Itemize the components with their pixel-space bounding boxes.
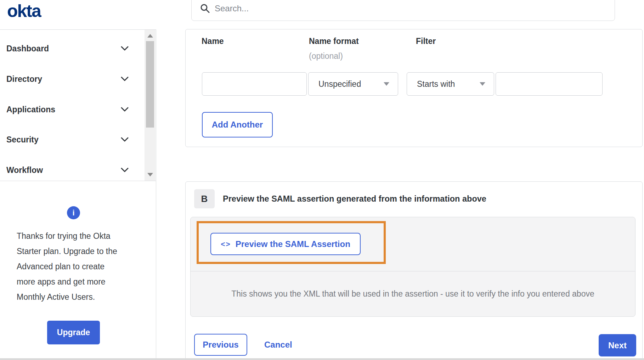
chevron-down-icon xyxy=(121,107,129,112)
preview-section-heading: Preview the SAML assertion generated fro… xyxy=(223,194,486,204)
sidebar-nav: Dashboard Directory Applications Securit… xyxy=(0,29,156,181)
preview-saml-card: B Preview the SAML assertion generated f… xyxy=(185,181,643,360)
cancel-link[interactable]: Cancel xyxy=(264,334,292,356)
preview-saml-assertion-button[interactable]: <> Preview the SAML Assertion xyxy=(210,233,361,255)
scrollbar-thumb[interactable] xyxy=(146,41,154,128)
info-icon: i xyxy=(67,206,80,219)
sidebar-scrollbar[interactable] xyxy=(145,30,156,181)
sidebar-item-security[interactable]: Security xyxy=(6,128,129,151)
chevron-down-icon xyxy=(121,77,129,81)
scroll-down-arrow-icon[interactable] xyxy=(147,173,153,176)
code-icon: <> xyxy=(221,240,231,248)
filter-value-input[interactable] xyxy=(496,72,603,96)
filter-type-select[interactable]: Starts with xyxy=(407,72,494,96)
name-format-select[interactable]: Unspecified xyxy=(308,72,398,96)
chevron-down-icon xyxy=(121,46,129,51)
dropdown-caret-icon xyxy=(480,82,485,86)
global-search[interactable] xyxy=(191,0,615,21)
previous-button[interactable]: Previous xyxy=(194,334,247,356)
sidebar-item-label: Directory xyxy=(6,74,42,84)
sidebar-item-applications[interactable]: Applications xyxy=(6,98,129,121)
sidebar-item-directory[interactable]: Directory xyxy=(6,67,129,91)
filter-column-label: Filter xyxy=(416,36,436,46)
upgrade-button[interactable]: Upgrade xyxy=(47,321,100,344)
preview-panel: <> Preview the SAML Assertion This shows… xyxy=(190,217,635,317)
sidebar-item-workflow[interactable]: Workflow xyxy=(6,158,129,182)
add-another-button[interactable]: Add Another xyxy=(202,112,273,137)
search-icon xyxy=(200,4,210,13)
filter-type-selected-value: Starts with xyxy=(417,79,455,89)
chevron-down-icon xyxy=(121,137,129,142)
name-format-optional-label: (optional) xyxy=(309,51,343,61)
dropdown-caret-icon xyxy=(384,82,389,86)
step-b-badge: B xyxy=(194,189,215,208)
preview-button-label: Preview the SAML Assertion xyxy=(236,239,350,249)
sidebar-item-label: Workflow xyxy=(6,165,43,175)
okta-logo: okta xyxy=(7,1,41,21)
sidebar-item-dashboard[interactable]: Dashboard xyxy=(6,37,129,60)
chevron-down-icon xyxy=(121,168,129,173)
attribute-statements-card: Name Name format (optional) Filter Unspe… xyxy=(185,29,643,147)
sidebar-divider xyxy=(156,29,156,360)
name-input[interactable] xyxy=(202,72,307,96)
sidebar-item-label: Applications xyxy=(6,105,55,114)
name-format-selected-value: Unspecified xyxy=(318,79,361,89)
name-column-label: Name xyxy=(202,36,224,46)
preview-note-row: This shows you the XML that will be used… xyxy=(191,271,635,316)
next-button[interactable]: Next xyxy=(599,334,636,356)
name-format-column-label: Name format xyxy=(309,36,359,46)
preview-note-text: This shows you the XML that will be used… xyxy=(231,289,594,299)
sidebar-item-label: Dashboard xyxy=(6,44,49,54)
preview-button-row: <> Preview the SAML Assertion xyxy=(191,217,635,271)
plan-notice-text: Thanks for trying the Okta Starter plan.… xyxy=(17,229,124,305)
scroll-up-arrow-icon[interactable] xyxy=(147,34,153,38)
search-input[interactable] xyxy=(215,4,615,13)
window-bottom-edge xyxy=(0,358,644,360)
sidebar-item-label: Security xyxy=(6,135,39,145)
